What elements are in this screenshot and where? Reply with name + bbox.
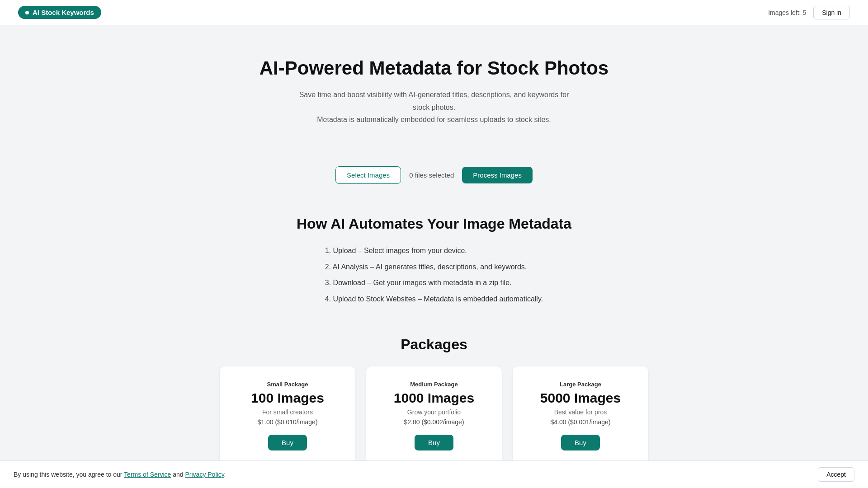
hero-subtitle-line2: Metadata is automatically embedded for s…: [317, 116, 551, 123]
package-label-3: Large Package: [525, 381, 636, 388]
images-left-label: Images left: 5: [768, 9, 806, 16]
cookie-and: and: [171, 471, 185, 478]
cookie-suffix: .: [224, 471, 226, 478]
how-title: How AI Automates Your Image Metadata: [18, 216, 850, 232]
signin-button[interactable]: Sign in: [813, 6, 850, 19]
how-section: How AI Automates Your Image Metadata 1. …: [0, 211, 868, 332]
package-price-2: $2.00 ($0.002/image): [379, 418, 489, 426]
action-row: Select Images 0 files selected Process I…: [0, 166, 868, 184]
step-item-4: 4. Upload to Stock Websites – Metadata i…: [325, 293, 543, 305]
package-card-2: Medium Package 1000 Images Grow your por…: [366, 366, 502, 465]
packages-title: Packages: [18, 336, 850, 353]
step-item-1: 1. Upload – Select images from your devi…: [325, 245, 543, 257]
select-images-button[interactable]: Select Images: [335, 166, 401, 184]
package-price-3: $4.00 ($0.001/image): [525, 418, 636, 426]
package-card-1: Small Package 100 Images For small creat…: [220, 366, 355, 465]
cookie-text-prefix: By using this website, you agree to our: [14, 471, 124, 478]
logo-label: AI Stock Keywords: [33, 9, 94, 16]
step-item-3: 3. Download – Get your images with metad…: [325, 277, 543, 289]
nav-right: Images left: 5 Sign in: [768, 6, 850, 19]
package-label-2: Medium Package: [379, 381, 489, 388]
package-desc-1: For small creators: [232, 408, 343, 416]
logo-dot: [25, 11, 29, 14]
package-desc-2: Grow your portfolio: [379, 408, 489, 416]
package-images-3: 5000 Images: [525, 390, 636, 406]
accept-button[interactable]: Accept: [818, 467, 854, 482]
packages-grid: Small Package 100 Images For small creat…: [18, 366, 850, 465]
steps-list: 1. Upload – Select images from your devi…: [325, 245, 543, 309]
buy-button-3[interactable]: Buy: [561, 435, 600, 450]
hero-subtitle-line1: Save time and boost visibility with AI-g…: [299, 91, 569, 111]
hero-section: AI-Powered Metadata for Stock Photos Sav…: [0, 25, 868, 148]
privacy-policy-link[interactable]: Privacy Policy: [185, 471, 224, 478]
hero-title: AI-Powered Metadata for Stock Photos: [18, 57, 850, 80]
package-desc-3: Best value for pros: [525, 408, 636, 416]
package-price-1: $1.00 ($0.010/image): [232, 418, 343, 426]
terms-of-service-link[interactable]: Terms of Service: [124, 471, 171, 478]
logo[interactable]: AI Stock Keywords: [18, 6, 101, 19]
cookie-text: By using this website, you agree to our …: [14, 471, 812, 478]
package-images-1: 100 Images: [232, 390, 343, 406]
package-card-3: Large Package 5000 Images Best value for…: [513, 366, 648, 465]
hero-subtitle: Save time and boost visibility with AI-g…: [298, 89, 570, 126]
package-label-1: Small Package: [232, 381, 343, 388]
files-selected-label: 0 files selected: [409, 171, 454, 179]
package-images-2: 1000 Images: [379, 390, 489, 406]
buy-button-1[interactable]: Buy: [268, 435, 307, 450]
process-images-button[interactable]: Process Images: [462, 167, 533, 183]
buy-button-2[interactable]: Buy: [415, 435, 453, 450]
cookie-banner: By using this website, you agree to our …: [0, 460, 868, 488]
navbar: AI Stock Keywords Images left: 5 Sign in: [0, 0, 868, 25]
step-item-2: 2. AI Analysis – AI generates titles, de…: [325, 261, 543, 273]
